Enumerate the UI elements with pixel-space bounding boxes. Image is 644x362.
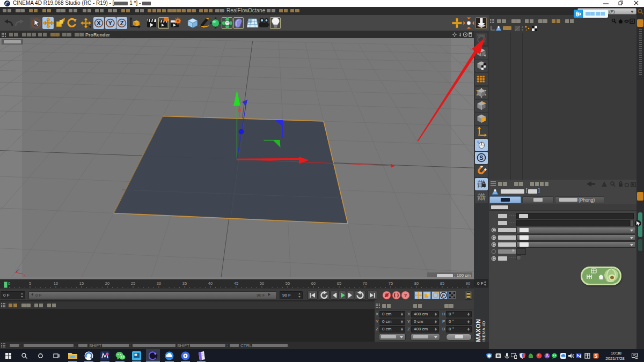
svg-text:S: S — [479, 154, 483, 161]
svg-text:Y: Y — [108, 20, 113, 26]
svg-text:X: X — [97, 20, 101, 26]
svg-text:Y: Y — [13, 262, 15, 265]
svg-text:Z: Z — [120, 20, 124, 26]
svg-text:P: P — [442, 293, 445, 298]
svg-text:( ): ( ) — [479, 195, 484, 200]
svg-text:?: ? — [404, 293, 407, 298]
svg-text:1: 1 — [636, 356, 638, 359]
